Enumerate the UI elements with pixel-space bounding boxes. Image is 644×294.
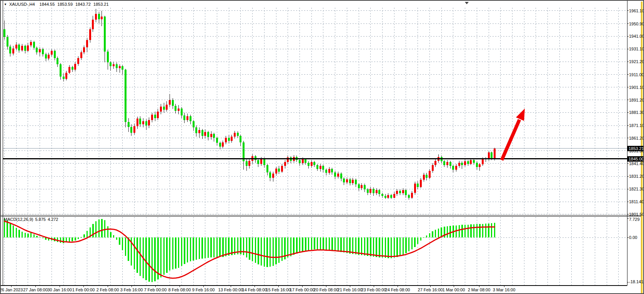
candle: [18, 43, 20, 53]
candle-body-bear: [384, 196, 386, 198]
candle: [411, 191, 413, 199]
up-arrow-shaft[interactable]: [502, 120, 519, 160]
candle-body-bull: [369, 189, 371, 193]
candle: [216, 137, 218, 145]
candle: [57, 57, 58, 67]
candle: [148, 117, 150, 128]
candle-body-bull: [148, 120, 150, 126]
chart-canvas[interactable]: [1, 1, 644, 294]
candle: [246, 159, 248, 171]
candle: [432, 163, 434, 173]
time-axis-label: 2 Feb 08:00: [97, 287, 119, 292]
candle-body-bull: [455, 166, 457, 170]
candle: [414, 182, 416, 194]
candle: [186, 114, 188, 122]
candle: [355, 179, 357, 187]
candle: [3, 20, 5, 40]
candle-body-bear: [213, 134, 215, 138]
candle-body-bull: [458, 163, 460, 166]
candle-body-bull: [272, 174, 274, 178]
price-axis-label: 1841.40: [629, 161, 644, 166]
candle-body-bull: [260, 159, 262, 164]
candle-body-bear: [240, 136, 241, 142]
time-axis-label: 9 Feb 16:00: [192, 287, 215, 292]
candle-body-bear: [308, 163, 310, 166]
candle: [485, 157, 487, 162]
time-axis-label: 26 Jan 2023: [0, 287, 23, 292]
candle-body-bear: [426, 175, 428, 178]
candle-body-bear: [257, 160, 259, 164]
candle: [257, 158, 259, 167]
candle-body-bear: [121, 66, 123, 69]
candle-body-bull: [411, 193, 413, 198]
price-axis-label: 1871.10: [629, 123, 644, 128]
candle-body-bull: [101, 17, 103, 19]
candle-body-bear: [228, 138, 230, 141]
candle-body-bear: [390, 195, 392, 198]
candle-body-bull: [83, 47, 85, 52]
candle-body-bear: [54, 51, 56, 58]
candle-body-bull: [68, 67, 70, 73]
candle-body-bull: [157, 112, 159, 118]
candle: [266, 164, 268, 175]
candle: [130, 124, 132, 136]
price-axis-label: 1861.20: [629, 136, 644, 140]
candle: [328, 167, 330, 175]
up-arrow-head[interactable]: [516, 109, 525, 121]
candle: [77, 56, 79, 66]
candle: [121, 65, 123, 75]
candle-body-bull: [65, 73, 67, 79]
candle: [243, 141, 245, 170]
candle: [269, 171, 271, 181]
candle: [387, 193, 389, 199]
candle-body-bear: [175, 106, 176, 111]
candle-body-bull: [423, 175, 425, 180]
candle-body-bear: [125, 70, 126, 122]
trading-chart-window: ▼ XAUUSD-,H4 1844.55 1853.59 1843.72 185…: [0, 0, 644, 294]
macd-scale-zero: 0.00: [629, 235, 637, 240]
candle: [210, 131, 212, 140]
candle-body-bear: [33, 42, 35, 48]
candle-body-bull: [30, 42, 32, 45]
candle-body-bear: [461, 163, 463, 165]
candle-body-bear: [246, 161, 248, 166]
candle-body-bear: [405, 190, 407, 195]
candle: [322, 165, 324, 172]
candle-body-bear: [116, 64, 118, 68]
candle: [190, 115, 191, 124]
candle-body-bear: [358, 184, 360, 188]
candle-body-bear: [201, 130, 203, 136]
candle-body-bear: [145, 121, 147, 126]
candle: [281, 164, 283, 173]
candle: [452, 165, 454, 172]
candle: [107, 50, 109, 69]
candle: [417, 181, 419, 190]
candle: [405, 189, 407, 198]
candle: [80, 50, 82, 60]
candle-body-bear: [334, 172, 336, 177]
candle: [151, 113, 153, 122]
time-axis-label: 3 Feb 16:00: [120, 287, 143, 292]
candle-body-bull: [234, 133, 236, 137]
candle-body-bull: [15, 45, 17, 48]
macd-indicator-label: MACD(12,26,9)5.8754.272: [4, 217, 60, 222]
chart-shift-marker[interactable]: [465, 2, 469, 4]
chevron-down-icon[interactable]: ▼: [4, 3, 7, 6]
candle-body-bull: [482, 159, 484, 164]
time-axis-label: 21 Feb 16:00: [338, 287, 363, 292]
candle: [128, 118, 130, 132]
candle-body-bull: [204, 132, 206, 136]
candle-body-bull: [95, 14, 97, 20]
candle-body-bull: [402, 190, 404, 193]
candle: [68, 65, 70, 74]
candle-body-bull: [284, 162, 286, 166]
candle-body-bull: [470, 160, 472, 164]
candle: [399, 189, 401, 195]
candle-body-bear: [219, 143, 221, 147]
symbol-period-label: XAUUSD-,H4: [9, 2, 35, 7]
candle: [426, 173, 428, 180]
candle: [207, 131, 209, 140]
candle-body-bear: [130, 127, 132, 133]
candle-body-bull: [275, 169, 277, 174]
candle-body-bull: [376, 190, 378, 193]
